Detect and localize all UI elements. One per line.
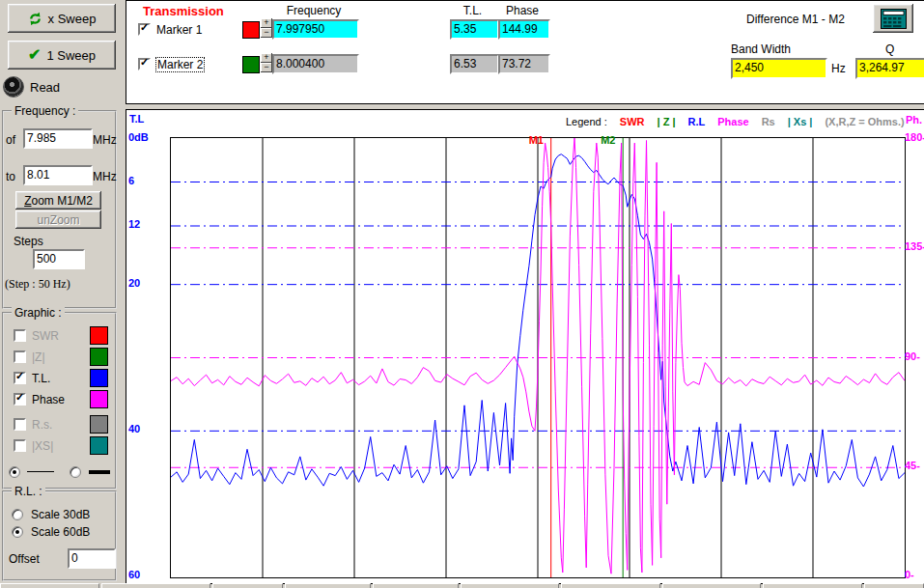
axis-tick-label: 90- (905, 350, 924, 362)
graphic-tl-checkbox[interactable] (14, 372, 26, 384)
graphic-group: Graphic : SWR |Z| T.L. Phase R.s. |XS| (2, 312, 117, 490)
one-sweep-button[interactable]: ✔ 1 Sweep (8, 41, 116, 70)
chart-panel: T.L Ph. Legend : SWR| Z |R.LPhaseRs| Xs … (126, 109, 924, 584)
frequency-to-field[interactable]: 8.01 (23, 165, 93, 185)
axis-tick-label: 6 (128, 175, 167, 186)
x-sweep-button[interactable]: x Sweep (8, 4, 116, 33)
graphic-z-checkbox (14, 350, 26, 363)
marker2-checkbox[interactable] (138, 58, 151, 70)
sweep-controls: x Sweep ✔ 1 Sweep Read (0, 0, 126, 106)
axis-tick-label: 135- (905, 240, 924, 252)
legend-item: (X,R,Z = Ohms.) (825, 116, 904, 127)
axis-tick-label: 45- (905, 460, 924, 471)
axis-tick-label: 60 (128, 569, 167, 580)
marker1-color-swatch[interactable] (242, 21, 260, 39)
tl-header: T.L. (450, 4, 495, 17)
graphic-phase-swatch[interactable] (90, 390, 108, 408)
frequency-of-field[interactable]: 7.985 (23, 128, 93, 149)
marker1-frequency-field[interactable]: 7.997950 (272, 19, 359, 40)
bandwidth-label: Band Width (731, 42, 791, 56)
scale-60db-radio[interactable] (12, 526, 23, 538)
marker2-phase-field[interactable]: 73.72 (498, 54, 550, 74)
to-label: to (6, 170, 15, 183)
thick-line-radio[interactable] (70, 466, 81, 478)
marker2-label: Marker 2 (156, 58, 204, 71)
marker1-spinner[interactable]: + − (261, 18, 272, 38)
marker1-phase-field[interactable]: 144.99 (498, 19, 550, 40)
marker2-frequency-field[interactable]: 8.000400 (272, 54, 359, 74)
read-label: Read (30, 80, 60, 95)
steps-field[interactable]: 500 (33, 249, 85, 269)
q-label: Q (885, 42, 894, 56)
thin-line-radio[interactable] (9, 466, 20, 478)
x-sweep-label: x Sweep (48, 12, 97, 26)
q-field[interactable]: 3,264.97 (855, 58, 924, 79)
left-axis-title: T.L (129, 113, 144, 125)
legend-item: SWR (620, 116, 645, 127)
scale-60db-label: Scale 60dB (31, 525, 90, 539)
legend-label: Legend : (566, 116, 607, 127)
graphic-z-label: |Z| (32, 350, 45, 364)
axis-tick-label: 0- (905, 569, 924, 580)
marker2-color-swatch[interactable] (242, 56, 260, 73)
thick-line-sample (89, 470, 110, 474)
check-icon: ✔ (28, 47, 41, 63)
legend-item: R.L (688, 116, 706, 127)
axis-tick-label: 12 (128, 218, 167, 230)
marker2-spinner[interactable]: + − (261, 53, 272, 72)
graphic-swr-checkbox (14, 329, 26, 342)
hz-label: Hz (831, 62, 846, 75)
graphic-rs-swatch (90, 415, 108, 434)
frequency-group-title: Frequency : (12, 104, 78, 118)
graphic-tl-label: T.L. (32, 372, 50, 385)
graphic-swr-swatch (90, 326, 108, 345)
graphic-phase-label: Phase (32, 393, 65, 406)
bottom-strip-segment (0, 583, 99, 588)
legend: Legend : SWR| Z |R.LPhaseRs| Xs |(X,R,Z … (566, 116, 905, 127)
of-mhz-label: MHz (93, 133, 117, 147)
spin-down-button[interactable]: − (261, 28, 272, 38)
axis-tick-label: 180- (905, 131, 924, 143)
graphic-xs-label: |XS| (32, 439, 53, 453)
graphic-rs-label: R.s. (32, 418, 52, 432)
calculator-icon (881, 9, 907, 29)
graphic-z-swatch (90, 348, 108, 366)
scale-30db-label: Scale 30dB (31, 508, 90, 521)
marker-label-m2: M2 (601, 134, 615, 146)
bottom-strip-segment (763, 583, 862, 588)
steps-label: Steps (14, 235, 43, 248)
plot-svg[interactable] (171, 138, 905, 577)
to-mhz-label: MHz (93, 170, 117, 183)
marker2-tl-field[interactable]: 6.53 (450, 54, 499, 74)
legend-items: SWR| Z |R.LPhaseRs| Xs |(X,R,Z = Ohms.) (620, 116, 905, 127)
zoom-m1-m2-button[interactable]: Zoom M1/M2 (15, 191, 101, 210)
phase-header: Phase (498, 4, 546, 17)
read-knob-icon (3, 76, 24, 98)
offset-field[interactable]: 0 (68, 548, 116, 569)
marker1-tl-field[interactable]: 5.35 (450, 19, 499, 40)
of-label: of (6, 133, 15, 147)
right-axis-title: Ph. (906, 114, 922, 126)
bottom-strip-segment (662, 583, 761, 588)
graphic-tl-swatch[interactable] (90, 369, 108, 387)
bandwidth-field[interactable]: 2,450 (731, 58, 827, 79)
rl-group: R.L. : Scale 30dB Scale 60dB Offset 0 (2, 490, 117, 581)
step-note: (Step : 50 Hz) (5, 277, 70, 292)
legend-item: Rs (762, 116, 775, 127)
axis-tick-label: 0dB (128, 131, 167, 143)
legend-item: | Z | (658, 116, 676, 127)
graphic-phase-checkbox[interactable] (14, 393, 26, 406)
transmission-panel: Transmission Frequency T.L. Phase Marker… (126, 0, 924, 104)
rl-group-title: R.L. : (12, 485, 45, 498)
graphic-rs-checkbox (14, 418, 26, 431)
legend-item: | Xs | (788, 116, 813, 127)
spin-down-button[interactable]: − (261, 63, 272, 72)
thin-line-sample (27, 471, 54, 472)
one-sweep-label: 1 Sweep (46, 48, 96, 63)
marker1-checkbox[interactable] (138, 23, 151, 36)
scale-30db-radio[interactable] (12, 509, 23, 520)
bottom-strip-segment (373, 583, 459, 588)
calculator-button[interactable] (873, 4, 913, 33)
graphic-swr-label: SWR (32, 329, 59, 343)
bottom-strip-segment (101, 583, 210, 588)
